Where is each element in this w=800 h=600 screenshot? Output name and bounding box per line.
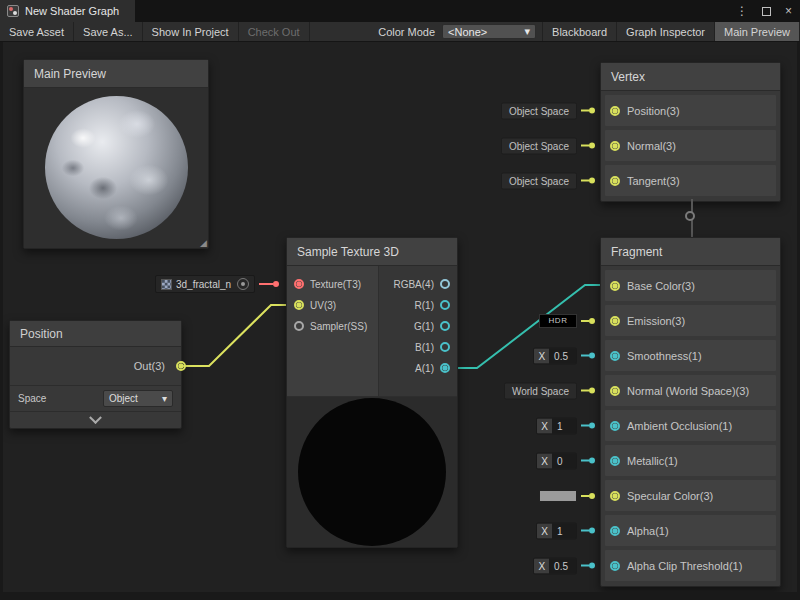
texture-object-field[interactable]: 3d_fractal_n — [155, 275, 255, 293]
float-value[interactable]: 0 — [552, 453, 576, 468]
port-label: Emission(3) — [627, 315, 685, 327]
rgba-output-port[interactable] — [440, 279, 450, 289]
connector-dot — [589, 528, 595, 534]
space-dropdown[interactable]: Object ▾ — [103, 390, 173, 407]
preview-sphere-image[interactable] — [45, 96, 188, 239]
output-row-a: A(1) — [415, 361, 450, 375]
default-connector: World Space — [504, 382, 595, 399]
fragment-row-smoothness: X 0.5 Smoothness(1) — [605, 340, 776, 371]
space-badge[interactable]: Object Space — [501, 102, 577, 119]
float-field[interactable]: X 0.5 — [533, 347, 577, 364]
space-badge[interactable]: World Space — [504, 382, 577, 399]
position-title: Position — [10, 321, 181, 347]
wire-position-out-to-uv[interactable] — [179, 305, 297, 366]
g-output-port[interactable] — [440, 321, 450, 331]
tab-new-shader-graph[interactable]: New Shader Graph — [0, 0, 135, 22]
ambient-occlusion-port[interactable] — [610, 421, 620, 431]
collapse-row[interactable] — [10, 411, 181, 428]
node-position[interactable]: Position Out(3) Space Object ▾ — [9, 320, 182, 429]
axis-label: X — [534, 558, 549, 573]
float-field[interactable]: X 1 — [536, 522, 577, 539]
blackboard-toggle-button[interactable]: Blackboard — [542, 22, 617, 41]
smoothness-port[interactable] — [610, 351, 620, 361]
alpha-clip-threshold-port[interactable] — [610, 561, 620, 571]
uv-input-port[interactable] — [294, 300, 304, 310]
input-row-texture: Texture(T3) — [294, 277, 361, 291]
texture-input-port[interactable] — [294, 279, 304, 289]
output-row-g: G(1) — [414, 319, 450, 333]
graph-canvas[interactable]: Main Preview ◢ Vertex Object Space Posit… — [0, 42, 800, 600]
space-badge[interactable]: Object Space — [501, 137, 577, 154]
connector-line — [581, 110, 589, 112]
default-connector: X 0 — [536, 452, 595, 469]
connector-dot — [589, 563, 595, 569]
metallic-port[interactable] — [610, 456, 620, 466]
normal-port[interactable] — [610, 141, 620, 151]
sampler-input-port[interactable] — [294, 321, 304, 331]
hdr-color-field[interactable]: HDR — [539, 314, 577, 328]
close-icon[interactable]: × — [785, 4, 792, 18]
main-preview-toggle-button[interactable]: Main Preview — [715, 22, 800, 41]
float-field[interactable]: X 0 — [536, 452, 577, 469]
float-value[interactable]: 1 — [552, 418, 576, 433]
texture-thumbnail-icon — [161, 279, 172, 290]
color-swatch[interactable] — [539, 490, 577, 502]
port-label: Alpha(1) — [627, 525, 669, 537]
r-output-port[interactable] — [440, 300, 450, 310]
object-picker-icon[interactable] — [237, 278, 249, 290]
chevron-down-icon: ▾ — [525, 25, 531, 38]
float-value[interactable]: 0.5 — [549, 348, 576, 363]
resize-handle-icon[interactable]: ◢ — [200, 239, 207, 248]
space-badge[interactable]: Object Space — [501, 172, 577, 189]
default-connector: X 1 — [536, 417, 595, 434]
node-vertex[interactable]: Vertex Object Space Position(3) Object S… — [600, 62, 781, 202]
base-color-port[interactable] — [610, 281, 620, 291]
default-connector: X 0.5 — [533, 557, 595, 574]
alpha-port[interactable] — [610, 526, 620, 536]
connector-dot — [589, 458, 595, 464]
save-as-button[interactable]: Save As... — [74, 22, 143, 41]
color-mode-label: Color Mode — [371, 22, 442, 41]
float-field[interactable]: X 0.5 — [533, 557, 577, 574]
axis-label: X — [537, 453, 552, 468]
graph-inspector-toggle-button[interactable]: Graph Inspector — [617, 22, 715, 41]
space-value: Object — [109, 393, 138, 404]
emission-port[interactable] — [610, 316, 620, 326]
node-sample-texture-3d[interactable]: Sample Texture 3D Texture(T3) UV(3) Samp… — [286, 237, 458, 548]
specular-color-port[interactable] — [610, 491, 620, 501]
float-value[interactable]: 1 — [552, 523, 576, 538]
port-label: UV(3) — [310, 300, 336, 311]
out-port[interactable] — [176, 361, 186, 371]
connector-dot — [589, 108, 595, 114]
connector-line — [581, 355, 589, 357]
fragment-row-alpha-clip: X 0.5 Alpha Clip Threshold(1) — [605, 550, 776, 581]
node-fragment[interactable]: Fragment Base Color(3) HDR Emission(3) X — [600, 237, 781, 587]
maximize-icon[interactable] — [762, 7, 771, 16]
color-mode-dropdown[interactable]: <None> ▾ — [442, 24, 536, 39]
kebab-menu-icon[interactable]: ⋮ — [736, 4, 748, 18]
port-label: Sampler(SS) — [310, 321, 367, 332]
b-output-port[interactable] — [440, 342, 450, 352]
float-field[interactable]: X 1 — [536, 417, 577, 434]
position-out-row: Out(3) — [10, 347, 181, 385]
connector-line — [581, 145, 589, 147]
connector-line — [581, 530, 589, 532]
show-in-project-button[interactable]: Show In Project — [143, 22, 239, 41]
a-output-port[interactable] — [440, 363, 450, 373]
connector-dot — [589, 178, 595, 184]
float-value[interactable]: 0.5 — [549, 558, 576, 573]
chevron-down-icon: ▾ — [162, 393, 167, 404]
shader-graph-window: New Shader Graph ⋮ × Save Asset Save As.… — [0, 0, 800, 600]
port-label: Normal(3) — [627, 140, 676, 152]
position-port[interactable] — [610, 106, 620, 116]
connector-dot — [589, 423, 595, 429]
save-asset-button[interactable]: Save Asset — [0, 22, 74, 41]
port-label: RGBA(4) — [393, 279, 434, 290]
space-label: Space — [18, 393, 46, 404]
tangent-port[interactable] — [610, 176, 620, 186]
main-preview-panel[interactable]: Main Preview ◢ — [23, 59, 209, 249]
texture-name: 3d_fractal_n — [176, 279, 231, 290]
fragment-row-base-color: Base Color(3) — [605, 270, 776, 301]
port-label: Base Color(3) — [627, 280, 695, 292]
normal-ws-port[interactable] — [610, 386, 620, 396]
